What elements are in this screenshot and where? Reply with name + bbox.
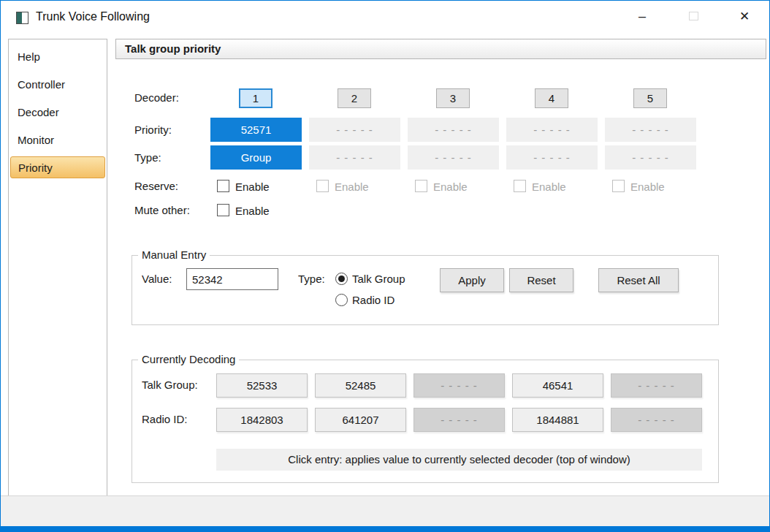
titlebar: Trunk Voice Following – ✕ bbox=[1, 1, 769, 36]
reserve-enable-label-3: Enable bbox=[433, 180, 468, 193]
priority-value-3: - - - - - bbox=[408, 118, 499, 142]
app-icon bbox=[16, 12, 28, 24]
priority-label: Priority: bbox=[134, 123, 172, 136]
app-window: Trunk Voice Following – ✕ Help Controlle… bbox=[0, 0, 770, 532]
maximize-icon bbox=[689, 12, 698, 20]
priority-value-2: - - - - - bbox=[309, 118, 400, 142]
reserve-checkbox-1[interactable] bbox=[217, 180, 229, 192]
minimize-button[interactable]: – bbox=[625, 4, 659, 28]
decoder-button-1[interactable]: 1 bbox=[239, 88, 272, 108]
footer-area bbox=[1, 495, 769, 526]
page-title: Talk group priority bbox=[115, 39, 766, 59]
reserve-checkbox-4 bbox=[514, 180, 526, 192]
type-value-1: Group bbox=[210, 145, 302, 170]
close-button[interactable]: ✕ bbox=[728, 4, 761, 28]
manual-entry-title: Manual Entry bbox=[138, 248, 210, 261]
decoder-label: Decoder: bbox=[134, 91, 179, 104]
talk-group-entry-2[interactable]: 52485 bbox=[315, 373, 406, 398]
sidebar-item-monitor[interactable]: Monitor bbox=[10, 126, 105, 153]
reserve-checkbox-2 bbox=[316, 180, 329, 192]
radio-id-entry-1[interactable]: 1842803 bbox=[216, 408, 308, 432]
minimize-icon: – bbox=[639, 9, 646, 24]
reserve-enable-label-1: Enable bbox=[235, 180, 270, 193]
click-entry-note: Click entry: applies value to currently … bbox=[216, 449, 702, 471]
close-icon: ✕ bbox=[739, 9, 750, 24]
talk-group-radio-label[interactable]: Talk Group bbox=[352, 273, 405, 285]
type-value-5: - - - - - bbox=[605, 145, 696, 170]
mute-other-enable-label: Enable bbox=[235, 205, 270, 217]
decoder-button-4[interactable]: 4 bbox=[535, 88, 568, 108]
radio-id-radio[interactable] bbox=[335, 294, 348, 306]
maximize-button[interactable] bbox=[676, 4, 710, 28]
mute-other-label: Mute other: bbox=[134, 204, 190, 216]
mute-other-checkbox[interactable] bbox=[217, 204, 229, 216]
radio-id-entry-4[interactable]: 1844881 bbox=[512, 408, 603, 432]
type-value-4: - - - - - bbox=[506, 145, 598, 170]
priority-value-4: - - - - - bbox=[506, 118, 598, 142]
reserve-checkbox-3 bbox=[415, 180, 427, 192]
talk-group-entry-3[interactable]: - - - - - bbox=[413, 373, 505, 398]
talk-group-radio[interactable] bbox=[335, 273, 348, 285]
sidebar-item-decoder[interactable]: Decoder bbox=[10, 98, 105, 126]
radio-id-entry-5[interactable]: - - - - - bbox=[611, 408, 702, 432]
radio-id-row-label: Radio ID: bbox=[142, 413, 188, 425]
priority-value-5: - - - - - bbox=[605, 118, 696, 142]
reserve-enable-label-4: Enable bbox=[532, 180, 566, 193]
window-title: Trunk Voice Following bbox=[36, 10, 150, 23]
decoder-button-5[interactable]: 5 bbox=[633, 88, 667, 108]
talk-group-entry-1[interactable]: 52533 bbox=[216, 373, 308, 398]
radio-id-entry-2[interactable]: 641207 bbox=[315, 408, 406, 432]
window-border-bottom bbox=[1, 526, 769, 531]
talk-group-entry-4[interactable]: 46541 bbox=[512, 373, 603, 398]
sidebar-item-help[interactable]: Help bbox=[10, 42, 105, 70]
type-value-3: - - - - - bbox=[408, 145, 499, 170]
sidebar: Help Controller Decoder Monitor Priority bbox=[8, 39, 107, 496]
type-value-2: - - - - - bbox=[309, 145, 400, 170]
radio-id-radio-label[interactable]: Radio ID bbox=[352, 294, 394, 306]
manual-type-label: Type: bbox=[298, 273, 325, 285]
reserve-enable-label-2: Enable bbox=[335, 180, 369, 193]
talk-group-row-label: Talk Group: bbox=[142, 379, 198, 391]
reserve-enable-label-5: Enable bbox=[630, 180, 665, 193]
apply-button[interactable]: Apply bbox=[440, 268, 504, 292]
currently-decoding-title: Currently Decoding bbox=[138, 353, 239, 365]
decoder-button-3[interactable]: 3 bbox=[436, 88, 470, 108]
reset-all-button[interactable]: Reset All bbox=[598, 268, 679, 292]
priority-value-1: 52571 bbox=[210, 118, 302, 142]
reserve-checkbox-5 bbox=[612, 180, 625, 192]
radio-id-entry-3[interactable]: - - - - - bbox=[413, 408, 505, 432]
type-label: Type: bbox=[134, 151, 161, 164]
reset-button[interactable]: Reset bbox=[509, 268, 573, 292]
value-label: Value: bbox=[142, 273, 172, 285]
sidebar-item-controller[interactable]: Controller bbox=[10, 70, 105, 98]
value-input[interactable] bbox=[186, 268, 278, 290]
decoder-button-2[interactable]: 2 bbox=[338, 88, 371, 108]
talk-group-entry-5[interactable]: - - - - - bbox=[611, 373, 702, 398]
reserve-label: Reserve: bbox=[134, 180, 178, 192]
sidebar-item-priority[interactable]: Priority bbox=[10, 156, 105, 178]
